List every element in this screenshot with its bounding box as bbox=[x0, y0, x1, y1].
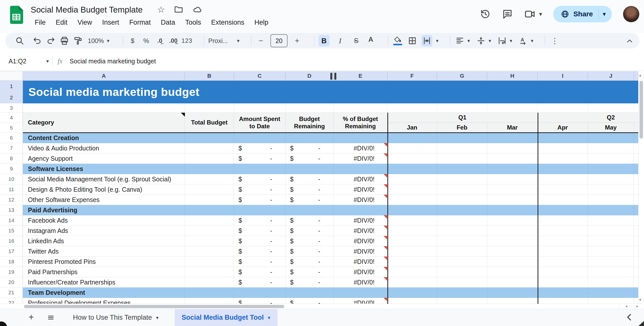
column-header-H[interactable]: H bbox=[487, 71, 538, 81]
scroll-down-icon[interactable]: ▾ bbox=[639, 297, 641, 302]
cell-C22[interactable]: $- bbox=[234, 298, 286, 304]
cell-G3[interactable] bbox=[437, 103, 487, 113]
format-percent-button[interactable]: % bbox=[141, 35, 152, 47]
cell-B14[interactable] bbox=[185, 215, 234, 226]
cell-H20[interactable] bbox=[487, 277, 538, 288]
cell-K13[interactable] bbox=[634, 205, 638, 215]
cell-E17[interactable]: #DIV/0! bbox=[334, 246, 387, 257]
cell-B9[interactable] bbox=[185, 164, 234, 174]
row-header-10[interactable]: 10 bbox=[0, 174, 23, 184]
undo-icon[interactable] bbox=[32, 35, 43, 47]
row-header-13[interactable]: 13 bbox=[0, 205, 23, 215]
cell-I19[interactable] bbox=[538, 267, 588, 277]
cell-H17[interactable] bbox=[487, 246, 538, 257]
more-formats-button[interactable]: 123 bbox=[181, 35, 192, 47]
cell-C20[interactable]: $- bbox=[234, 277, 286, 288]
cell-B21[interactable] bbox=[185, 288, 234, 298]
row-header-15[interactable]: 15 bbox=[0, 226, 23, 236]
cell-K10[interactable] bbox=[634, 174, 638, 184]
formula-input[interactable]: Social media marketing budget bbox=[70, 58, 156, 65]
cell-D21[interactable] bbox=[286, 288, 334, 298]
cell-H9[interactable] bbox=[487, 164, 538, 174]
row-header-12[interactable]: 12 bbox=[0, 195, 23, 205]
cell-K8[interactable] bbox=[634, 153, 638, 164]
row-header-3[interactable]: 3 bbox=[0, 103, 23, 113]
name-box[interactable]: A1:Q2 bbox=[0, 58, 46, 65]
cell-K20[interactable] bbox=[634, 277, 638, 288]
column-header-F[interactable]: F bbox=[387, 71, 437, 81]
vertical-scrollbar-thumb[interactable] bbox=[639, 81, 643, 139]
vertical-scrollbar[interactable]: ▴ ▾ bbox=[638, 71, 644, 304]
cell-quarter-Q2[interactable]: Q2 bbox=[538, 113, 638, 123]
cell-D18[interactable]: $- bbox=[286, 257, 334, 267]
cell-month-Jan[interactable]: Jan bbox=[387, 123, 437, 133]
cell-K14[interactable] bbox=[634, 215, 638, 226]
cell-F7[interactable] bbox=[387, 143, 437, 153]
cell-E13[interactable] bbox=[334, 205, 387, 215]
cell-G21[interactable] bbox=[437, 288, 487, 298]
cell-A1-title-banner[interactable]: Social media marketing budget bbox=[23, 81, 638, 103]
cell-J17[interactable] bbox=[588, 246, 634, 257]
cell-D7[interactable]: $- bbox=[286, 143, 334, 153]
cell-D14[interactable]: $- bbox=[286, 215, 334, 226]
fill-color-button[interactable] bbox=[392, 35, 403, 47]
sheet-tab-caret-icon[interactable]: ▾ bbox=[156, 315, 158, 320]
cell-F15[interactable] bbox=[387, 226, 437, 236]
cell-J10[interactable] bbox=[588, 174, 634, 184]
sheet-tab-how-to-use[interactable]: How to Use This Template ▾ bbox=[66, 309, 166, 326]
cell-F17[interactable] bbox=[387, 246, 437, 257]
cell-total-budget-header[interactable]: Total Budget bbox=[185, 113, 234, 133]
increase-font-size-button[interactable]: + bbox=[292, 35, 303, 47]
cell-C21[interactable] bbox=[234, 288, 286, 298]
cell-A17[interactable]: Twitter Ads bbox=[23, 246, 185, 257]
cell-F20[interactable] bbox=[387, 277, 437, 288]
cell-K22[interactable] bbox=[634, 298, 638, 304]
cell-J19[interactable] bbox=[588, 267, 634, 277]
vertical-align-button[interactable] bbox=[475, 35, 487, 47]
cell-C8[interactable]: $- bbox=[234, 153, 286, 164]
row-header-4[interactable]: 4 bbox=[0, 113, 23, 123]
cell-H3[interactable] bbox=[487, 103, 538, 113]
cell-K21[interactable] bbox=[634, 288, 638, 298]
row-header-2[interactable]: 2 bbox=[0, 92, 23, 103]
collapse-toolbar-icon[interactable] bbox=[625, 37, 634, 45]
cell-E9[interactable] bbox=[334, 164, 387, 174]
all-sheets-menu-icon[interactable]: ≡ bbox=[45, 311, 57, 323]
select-all-corner[interactable] bbox=[0, 71, 23, 81]
cell-budget-remaining-header[interactable]: Budget Remaining bbox=[286, 113, 334, 133]
cell-C10[interactable]: $- bbox=[234, 174, 286, 184]
cell-C15[interactable]: $- bbox=[234, 226, 286, 236]
cell-A12[interactable]: Other Software Expenses bbox=[23, 195, 185, 205]
cell-K18[interactable] bbox=[634, 257, 638, 267]
cell-K15[interactable] bbox=[634, 226, 638, 236]
cell-E15[interactable]: #DIV/0! bbox=[334, 226, 387, 236]
format-currency-button[interactable]: $ bbox=[127, 35, 138, 47]
text-wrap-button[interactable] bbox=[497, 35, 508, 47]
cell-A15[interactable]: Instagram Ads bbox=[23, 226, 185, 236]
menu-help[interactable]: Help bbox=[249, 17, 273, 28]
cell-B22[interactable] bbox=[185, 298, 234, 304]
cell-I16[interactable] bbox=[538, 236, 588, 246]
cell-C17[interactable]: $- bbox=[234, 246, 286, 257]
cell-D13[interactable] bbox=[286, 205, 334, 215]
cell-G14[interactable] bbox=[437, 215, 487, 226]
row-header-22[interactable]: 22 bbox=[0, 298, 23, 304]
cell-A14[interactable]: Facebook Ads bbox=[23, 215, 185, 226]
cell-F12[interactable] bbox=[387, 195, 437, 205]
cell-D16[interactable]: $- bbox=[286, 236, 334, 246]
text-wrap-caret-icon[interactable]: ▾ bbox=[510, 38, 512, 43]
row-header-18[interactable]: 18 bbox=[0, 257, 23, 267]
row-header-7[interactable]: 7 bbox=[0, 143, 23, 153]
cell-month-partial[interactable] bbox=[634, 123, 638, 133]
version-history-icon[interactable] bbox=[480, 9, 491, 20]
cell-F19[interactable] bbox=[387, 267, 437, 277]
cell-E12[interactable]: #DIV/0! bbox=[334, 195, 387, 205]
column-header-G[interactable]: G bbox=[437, 71, 487, 81]
cell-F14[interactable] bbox=[387, 215, 437, 226]
cell-D9[interactable] bbox=[286, 164, 334, 174]
menu-view[interactable]: View bbox=[72, 17, 97, 28]
row-header-21[interactable]: 21 bbox=[0, 288, 23, 298]
cell-E3[interactable] bbox=[334, 103, 387, 113]
menu-format[interactable]: Format bbox=[124, 17, 156, 28]
cell-E20[interactable]: #DIV/0! bbox=[334, 277, 387, 288]
